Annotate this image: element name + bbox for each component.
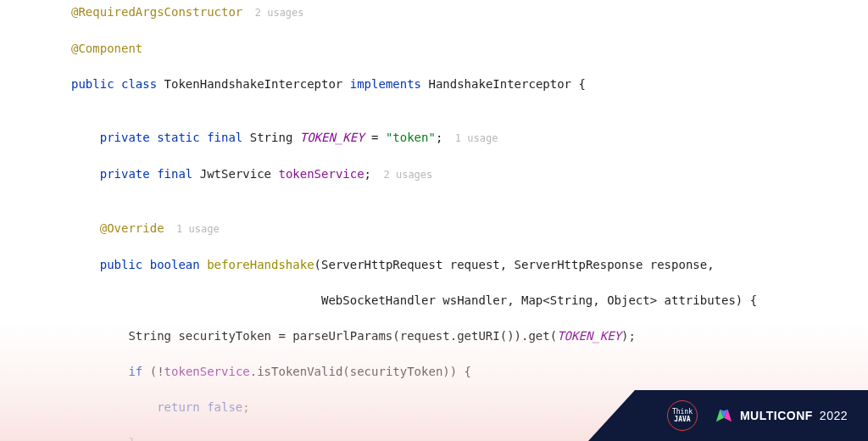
code-token: 2 usages (371, 169, 432, 181)
code-token: JwtService (200, 167, 279, 181)
think-java-bottom-text: JAVA (674, 416, 690, 423)
code-token: 2 usages (242, 7, 303, 19)
code-token: "token" (386, 131, 436, 144)
code-line[interactable]: public boolean beforeHandshake(ServerHtt… (71, 256, 868, 274)
code-token: tokenService (278, 167, 364, 181)
code-token: @Component (71, 42, 142, 55)
code-token: HandshakeInterceptor { (428, 77, 585, 91)
code-token: @Override (100, 221, 164, 235)
code-line[interactable]: if (!tokenService.isTokenValid(securityT… (71, 363, 868, 381)
code-token: beforeHandshake (207, 258, 314, 271)
code-token: String (250, 131, 300, 144)
code-line[interactable]: private final JwtService tokenService; 2… (71, 165, 868, 184)
code-token: ; (364, 167, 371, 181)
code-token: return false (157, 400, 242, 414)
code-line[interactable]: String securityToken = parseUrlParams(re… (71, 327, 868, 345)
code-token: @RequiredArgsConstructor (71, 5, 242, 19)
code-token: .isTokenValid(securityToken)) { (250, 365, 471, 378)
multiconf-year: 2022 (820, 407, 848, 425)
code-line[interactable]: WebSocketHandler wsHandler, Map<String, … (71, 292, 868, 310)
code-token: ; (242, 400, 249, 414)
think-java-logo: Think JAVA (667, 400, 698, 431)
code-editor-viewport[interactable]: @RequiredArgsConstructor 2 usages @Compo… (0, 0, 868, 441)
code-line[interactable]: @Component (71, 40, 868, 58)
code-token: String securityToken = parseUrlParams(re… (128, 329, 557, 343)
code-token: ); (621, 329, 636, 343)
code-token: if (128, 365, 149, 378)
code-token: TOKEN_KEY (557, 329, 621, 343)
think-java-circle-icon: Think JAVA (667, 400, 698, 431)
code-token: WebSocketHandler wsHandler, Map<String, … (71, 293, 757, 307)
code-line[interactable]: @Override 1 usage (71, 220, 868, 238)
code-token: public boolean (100, 258, 207, 271)
code-line[interactable]: @RequiredArgsConstructor 2 usages (71, 3, 868, 22)
code-line[interactable]: public class TokenHandshakeInterceptor i… (71, 75, 868, 93)
code-token: private final (100, 167, 200, 181)
code-token: TOKEN_KEY (300, 131, 364, 144)
multiconf-m-icon (715, 406, 733, 425)
code-token: public class (71, 77, 164, 91)
code-token: } (128, 436, 135, 441)
code-line[interactable]: private static final String TOKEN_KEY = … (71, 129, 868, 148)
multiconf-logo-block: MULTICONF 2022 (715, 406, 848, 425)
code-token: = (364, 131, 386, 144)
code-token: 1 usage (164, 223, 220, 235)
conference-footer: Think JAVA MULTICONF 2022 (588, 390, 868, 441)
think-java-top-text: Think (672, 408, 693, 416)
code-token: 1 usage (442, 132, 498, 144)
code-token: TokenHandshakeInterceptor (164, 77, 350, 91)
code-token: implements (350, 77, 429, 91)
multiconf-label: MULTICONF (740, 407, 813, 425)
code-token: (ServerHttpRequest request, ServerHttpRe… (314, 258, 715, 271)
code-token: private static final (100, 131, 250, 144)
code-token: (! (150, 365, 164, 378)
code-token: tokenService (164, 365, 250, 378)
